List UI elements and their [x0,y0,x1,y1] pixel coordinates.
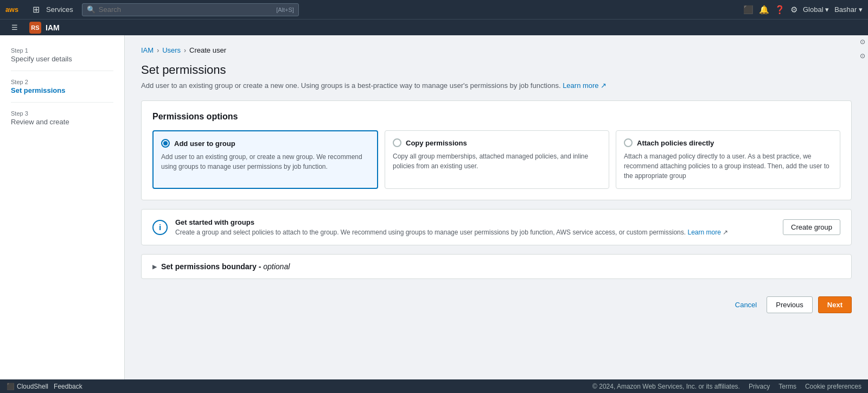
cloudshell-button[interactable]: ⬛ CloudShell [7,383,48,390]
option-copy-permissions[interactable]: Copy permissions Copy all group membersh… [385,130,609,189]
get-started-desc: Create a group and select policies to at… [175,229,775,236]
learn-more-link[interactable]: Learn more ↗ [563,81,607,90]
option-copy-title: Copy permissions [406,139,467,147]
option-attach-title: Attach policies directly [637,139,714,147]
get-started-learn-more[interactable]: Learn more [687,229,720,236]
option-attach-policies[interactable]: Attach policies directly Attach a manage… [616,130,840,189]
page-title: Set permissions [141,63,852,77]
breadcrumb-iam[interactable]: IAM [141,46,154,54]
search-input[interactable] [99,5,273,14]
breadcrumb-users[interactable]: Users [162,46,181,54]
sidebar-step2: Step 2 Set permissions [0,75,124,98]
info-icon: i [152,220,168,235]
previous-button[interactable]: Previous [767,296,813,313]
cookies-link[interactable]: Cookie preferences [805,383,861,390]
option-add-to-group-desc: Add user to an existing group, or create… [161,152,369,172]
terminal-icon-small: ⬛ [7,383,15,390]
get-started-box: i Get started with groups Create a group… [141,209,852,245]
step-divider-2 [11,102,113,103]
edge-icon-top[interactable]: ⊙ [857,35,868,48]
bell-icon[interactable]: 🔔 [759,5,769,15]
right-edge-panel: ⊙ ⊙ [857,35,868,62]
user-menu[interactable]: Bashar ▾ [834,5,863,14]
radio-inner [163,141,168,145]
feedback-button[interactable]: Feedback [54,383,82,390]
radio-add-to-group [161,139,170,148]
option-add-to-group-title: Add user to group [174,140,235,148]
permissions-boundary-box: ▶ Set permissions boundary - optional [141,254,852,279]
svg-text:aws: aws [5,6,18,14]
privacy-link[interactable]: Privacy [749,383,770,390]
terms-link[interactable]: Terms [778,383,796,390]
step1-label: Step 1 [11,47,113,54]
sidebar: Step 1 Specify user details Step 2 Set p… [0,35,125,379]
aws-logo[interactable]: aws [5,3,26,16]
search-icon: 🔍 [87,5,95,14]
sidebar-step3: Step 3 Review and create [0,107,124,129]
option-copy-desc: Copy all group memberships, attached man… [393,151,601,171]
services-link[interactable]: Services [46,5,73,14]
permission-options-list: Add user to group Add user to an existin… [152,130,840,189]
collapse-triangle-icon: ▶ [152,263,157,270]
top-navigation: aws ⊞ Services 🔍 [Alt+S] ⬛ 🔔 ❓ ⚙ Global … [0,0,868,19]
service-bar: ☰ RS IAM [0,19,868,35]
search-bar[interactable]: 🔍 [Alt+S] [82,3,299,16]
help-icon[interactable]: ❓ [775,5,785,15]
footer-right: © 2024, Amazon Web Services, Inc. or its… [592,383,861,390]
step-divider-1 [11,71,113,71]
cancel-button[interactable]: Cancel [731,299,761,311]
next-button[interactable]: Next [818,296,852,313]
get-started-title: Get started with groups [175,218,775,226]
edge-icon-bottom[interactable]: ⊙ [857,49,868,62]
step1-title[interactable]: Specify user details [11,55,113,63]
sidebar-toggle[interactable]: ☰ [7,18,23,37]
permissions-options-title: Permissions options [152,112,840,122]
sidebar-step1: Step 1 Specify user details [0,44,124,66]
step2-label: Step 2 [11,79,113,85]
radio-copy-permissions [393,138,401,147]
option-attach-desc: Attach a managed policy directly to a us… [624,151,832,181]
step2-title[interactable]: Set permissions [11,86,113,94]
action-bar: Cancel Previous Next [141,290,852,320]
service-icon: RS [29,22,41,34]
terminal-icon[interactable]: ⬛ [743,5,754,15]
breadcrumb-current: Create user [189,46,226,54]
main-content: IAM › Users › Create user Set permission… [125,35,868,379]
permissions-boundary-header[interactable]: ▶ Set permissions boundary - optional [142,255,851,278]
search-shortcut: [Alt+S] [276,7,294,13]
breadcrumb-sep-1: › [157,47,159,54]
service-name: IAM [46,23,60,32]
breadcrumb-sep-2: › [184,47,186,54]
create-group-button[interactable]: Create group [783,219,840,235]
grid-icon[interactable]: ⊞ [30,3,42,16]
bottom-bar: ⬛ CloudShell Feedback © 2024, Amazon Web… [0,379,868,393]
region-selector[interactable]: Global ▾ [803,5,829,14]
step3-label: Step 3 [11,110,113,117]
permissions-options-box: Permissions options Add user to group Ad… [141,100,852,200]
get-started-content: Get started with groups Create a group a… [175,218,775,236]
settings-icon[interactable]: ⚙ [790,5,797,15]
breadcrumb: IAM › Users › Create user [141,46,852,54]
page-description: Add user to an existing group or create … [141,81,852,90]
permissions-boundary-title: Set permissions boundary - optional [161,262,290,271]
copyright: © 2024, Amazon Web Services, Inc. or its… [592,383,740,390]
option-add-to-group[interactable]: Add user to group Add user to an existin… [152,130,378,189]
nav-right-area: ⬛ 🔔 ❓ ⚙ Global ▾ Bashar ▾ [743,5,863,15]
radio-attach-policies [624,138,633,147]
step3-title[interactable]: Review and create [11,118,113,126]
